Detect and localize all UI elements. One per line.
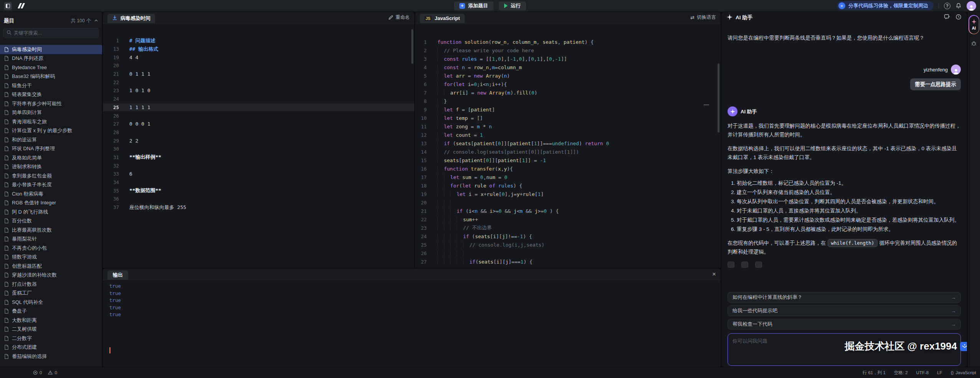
history-icon[interactable] <box>955 14 962 22</box>
sidebar-item[interactable]: 拿到最多红包金额 <box>0 171 102 181</box>
code-line[interactable]: 6 for(let i=0;i<n;i++){ <box>415 80 721 88</box>
warnings-indicator[interactable]: 0 <box>48 370 57 375</box>
desc-line[interactable]: 292 2 <box>103 136 414 145</box>
code-line[interactable]: 12 let count = 1 <box>415 131 721 139</box>
sidebar-item[interactable]: 计算位置 x 到 y 的最少步数 <box>0 126 102 136</box>
sidebar-item[interactable]: 阿 D 的飞行路线 <box>0 207 102 217</box>
code-line[interactable]: 8 } <box>415 97 721 105</box>
suggestion-chip[interactable]: 如何在编程中计算直线的斜率？→ <box>728 292 961 303</box>
desc-line[interactable]: 37座位横向和纵向最多 255 <box>103 203 414 212</box>
code-line[interactable]: 20 <box>415 198 721 207</box>
code-line[interactable]: 2 // Please write your code here <box>415 46 721 55</box>
tab-output[interactable]: 输出 <box>107 270 128 280</box>
code-line[interactable]: 18 for(let rule of rules) { <box>415 181 721 190</box>
sidebar-toggle-icon[interactable] <box>4 2 12 10</box>
code-line[interactable]: 22 sum++ <box>415 215 721 224</box>
sidebar-item[interactable]: 番茄编辑的选择 <box>0 352 102 361</box>
sidebar-item[interactable]: 暴雨梨花针 <box>0 235 102 244</box>
sidebar-item[interactable]: 和的逆运算 <box>0 135 102 144</box>
encoding[interactable]: UTF-8 <box>916 370 929 375</box>
sidebar-item[interactable]: SQL 代码补全 <box>0 298 102 307</box>
description-editor[interactable]: 1# 问题描述13## 输出格式194 420210 1 1 122231 0 … <box>103 24 414 268</box>
add-question-button[interactable]: + 添加题目 <box>454 2 493 10</box>
output-console[interactable]: truetruetruetruetrue <box>103 280 721 367</box>
search-box[interactable] <box>3 28 99 38</box>
message-action-button-1[interactable] <box>728 262 734 268</box>
desc-line[interactable]: 251 1 1 1 <box>103 103 414 112</box>
chevron-up-icon[interactable] <box>94 17 98 24</box>
desc-line[interactable]: 270 0 0 1 <box>103 120 414 128</box>
sidebar-item[interactable]: Base32 编码和解码 <box>0 72 102 81</box>
desc-line[interactable]: 28 <box>103 128 414 137</box>
sidebar-item[interactable]: 青海湖租车之旅 <box>0 117 102 126</box>
code-line[interactable]: 10 let temp = [] <box>415 114 721 122</box>
notifications-icon[interactable] <box>955 3 962 9</box>
desc-line[interactable]: 231 0 1 0 <box>103 86 414 95</box>
desc-line[interactable]: 210 1 1 1 <box>103 70 414 78</box>
errors-indicator[interactable]: 0 <box>33 370 42 375</box>
cursor-position[interactable]: 行 61，列 1 <box>863 370 886 376</box>
sidebar-item[interactable]: 猫鱼分干 <box>0 81 102 90</box>
code-line[interactable]: 21 if (i<n && i>=0 && j<m && j>=0 ) { <box>415 207 721 215</box>
sidebar-item[interactable]: 二分数字 <box>0 334 102 343</box>
sidebar-item[interactable]: 大数和距离 <box>0 316 102 325</box>
tab-language[interactable]: JS JavaScript <box>420 14 465 23</box>
sidebar-item[interactable]: Cion 勒索病毒 <box>0 189 102 199</box>
sidebar-item[interactable]: 百分位数 <box>0 217 102 226</box>
code-line[interactable]: 9 let f = [patient] <box>415 105 721 114</box>
sidebar-item[interactable]: Bytedance Tree <box>0 63 102 72</box>
code-line[interactable]: 16 function transfer(x,y){ <box>415 164 721 173</box>
desc-line[interactable]: 30 <box>103 145 414 153</box>
sidebar-item[interactable]: 穿越沙漠的补给次数 <box>0 271 102 280</box>
sidebar-item[interactable]: 环状 DNA 序列整理 <box>0 144 102 154</box>
search-input[interactable] <box>14 30 96 36</box>
sidebar-item[interactable]: 蛋糕工厂 <box>0 289 102 298</box>
ai-toggle-button[interactable]: AI <box>969 16 979 34</box>
indentation[interactable]: 空格: 2 <box>894 370 908 376</box>
code-line[interactable]: 11 let zong = m * n <box>415 122 721 131</box>
sidebar-item[interactable]: 字符串有多少种可能性 <box>0 99 102 108</box>
sidebar-item[interactable]: 创意标题匹配 <box>0 262 102 271</box>
desc-line[interactable]: 31**输出样例** <box>103 153 414 162</box>
suggestion-chip[interactable]: 给我一些代码提示吧→ <box>728 305 961 316</box>
sidebar-item[interactable]: 病毒感染时间 <box>0 45 102 54</box>
desc-line[interactable]: 34 <box>103 178 414 187</box>
code-line[interactable]: 26 <box>415 249 721 257</box>
language-mode[interactable]: {} JavaScript <box>951 370 976 375</box>
desc-line[interactable]: 24 <box>103 95 414 103</box>
code-line[interactable]: 5 let arr = new Array(n) <box>415 71 721 80</box>
code-line[interactable]: 24 if (seats[i][j]!==-1) { <box>415 232 721 240</box>
sidebar-item[interactable]: 二叉树供暖 <box>0 325 102 334</box>
sidebar-item[interactable]: 叠盘子 <box>0 307 102 316</box>
code-line[interactable]: 15 seats[patient[0]][patient[1]] = -1 <box>415 156 721 164</box>
sidebar-item[interactable]: 进制求和转换 <box>0 162 102 172</box>
code-editor[interactable]: 1function solution(row_n, column_m, seat… <box>415 24 721 268</box>
suggestion-chip[interactable]: 帮我检查一下代码→ <box>728 319 961 330</box>
help-icon[interactable]: ? <box>944 3 950 9</box>
code-line[interactable]: 19 let i = x+rule[0],j=y+rule[1] <box>415 190 721 198</box>
code-line[interactable]: 3 const rules = [[1,0],[-1,0],[0,1],[0,-… <box>415 55 721 63</box>
sidebar-item[interactable]: 及格如此简单 <box>0 153 102 162</box>
close-icon[interactable]: × <box>712 271 716 277</box>
desc-line[interactable]: 13## 输出格式 <box>103 45 414 53</box>
marscode-logo-icon[interactable] <box>19 3 24 8</box>
sidebar-item[interactable]: 链表聚集交换 <box>0 90 102 99</box>
code-line[interactable]: 23 // 不出边界 <box>415 224 721 232</box>
scrollbar-thumb[interactable] <box>718 63 719 133</box>
sidebar-item[interactable]: 猜数字游戏 <box>0 253 102 262</box>
code-line[interactable]: 14 // console.log(seats[patient[0]][pati… <box>415 148 721 156</box>
sidebar-item[interactable]: 打点计数器 <box>0 280 102 289</box>
desc-line[interactable]: 336 <box>103 170 414 178</box>
desc-line[interactable]: 26 <box>103 111 414 120</box>
code-line[interactable]: 25 // console.log(i,j,seats) <box>415 240 721 249</box>
code-line[interactable]: 28 <box>415 266 721 268</box>
sidebar-item[interactable]: RGB 色值转 Integer <box>0 199 102 208</box>
rename-button[interactable]: 重命名 <box>388 14 410 21</box>
eol-sequence[interactable]: LF <box>937 370 942 375</box>
code-line[interactable]: 4 const n = row_n,m=column_m <box>415 63 721 71</box>
message-action-button-2[interactable] <box>741 262 748 268</box>
message-action-button-3[interactable] <box>755 262 762 268</box>
desc-line[interactable]: 20 <box>103 61 414 70</box>
scrollbar-thumb[interactable] <box>411 29 413 64</box>
run-button[interactable]: 运行 <box>499 2 526 10</box>
